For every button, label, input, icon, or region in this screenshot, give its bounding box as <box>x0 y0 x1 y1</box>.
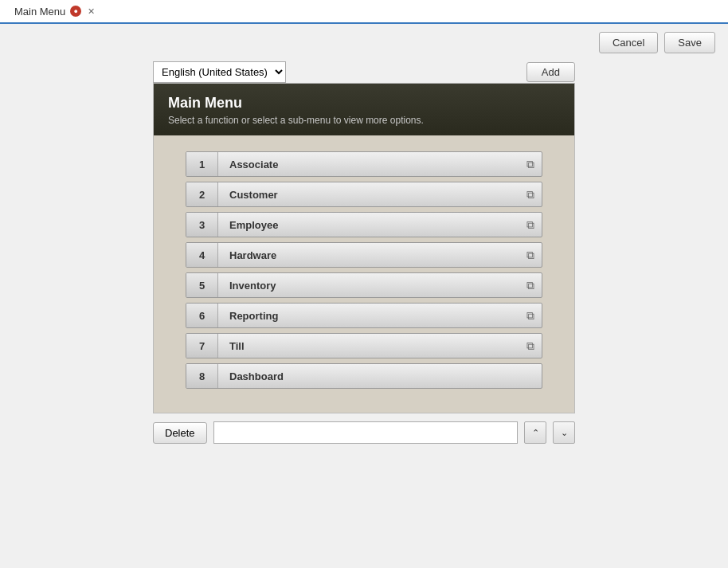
item-number: 5 <box>186 273 218 297</box>
item-label: Reporting <box>218 310 519 322</box>
copy-icon[interactable]: ⧉ <box>519 339 542 353</box>
item-label: Employee <box>218 219 519 231</box>
item-number: 3 <box>186 213 218 237</box>
menu-panel: Main Menu Select a function or select a … <box>153 83 575 413</box>
move-down-button[interactable]: ⌄ <box>553 421 575 444</box>
menu-header: Main Menu Select a function or select a … <box>154 84 574 135</box>
toolbar: Cancel Save <box>0 24 728 61</box>
menu-item-till[interactable]: 7Till⧉ <box>186 333 542 358</box>
menu-item-customer[interactable]: 2Customer⧉ <box>186 182 542 207</box>
menu-title: Main Menu <box>168 95 560 112</box>
language-select[interactable]: English (United States)SpanishFrench <box>153 61 286 83</box>
tab-bar: Main Menu ● ✕ <box>0 0 728 24</box>
cancel-button[interactable]: Cancel <box>599 32 658 53</box>
item-input[interactable] <box>213 421 518 444</box>
down-arrow-icon: ⌄ <box>561 428 568 438</box>
menu-item-employee[interactable]: 3Employee⧉ <box>186 212 542 237</box>
item-label: Customer <box>218 189 519 201</box>
item-number: 4 <box>186 243 218 267</box>
delete-button[interactable]: Delete <box>153 422 207 444</box>
copy-icon[interactable]: ⧉ <box>519 218 542 232</box>
tab-dot-icon: ● <box>70 6 81 17</box>
item-number: 2 <box>186 182 218 206</box>
item-number: 1 <box>186 152 218 176</box>
top-row: English (United States)SpanishFrench Add <box>153 61 575 83</box>
save-button[interactable]: Save <box>664 32 715 53</box>
up-arrow-icon: ⌃ <box>532 428 539 438</box>
main-menu-tab[interactable]: Main Menu ● ✕ <box>6 2 103 21</box>
menu-item-hardware[interactable]: 4Hardware⧉ <box>186 242 542 268</box>
copy-icon[interactable]: ⧉ <box>519 249 542 262</box>
menu-subtitle: Select a function or select a sub-menu t… <box>168 115 560 126</box>
move-up-button[interactable]: ⌃ <box>524 421 546 444</box>
item-label: Associate <box>218 159 519 170</box>
copy-icon[interactable]: ⧉ <box>519 279 542 292</box>
menu-item-associate[interactable]: 1Associate⧉ <box>186 151 542 177</box>
menu-item-reporting[interactable]: 6Reporting⧉ <box>186 303 542 328</box>
content-area: English (United States)SpanishFrench Add… <box>0 61 728 460</box>
tab-label: Main Menu <box>14 6 65 18</box>
item-number: 7 <box>186 334 218 358</box>
copy-icon[interactable]: ⧉ <box>519 188 542 202</box>
bottom-row: Delete ⌃ ⌄ <box>153 421 575 444</box>
menu-item-inventory[interactable]: 5Inventory⧉ <box>186 272 542 298</box>
copy-icon[interactable]: ⧉ <box>519 158 542 171</box>
add-button[interactable]: Add <box>526 62 575 82</box>
item-label: Dashboard <box>218 370 519 382</box>
tab-close-button[interactable]: ✕ <box>88 6 95 17</box>
item-number: 6 <box>186 304 218 327</box>
item-label: Inventory <box>218 280 519 292</box>
item-label: Till <box>218 340 519 352</box>
copy-icon[interactable]: ⧉ <box>519 309 542 323</box>
item-label: Hardware <box>218 249 519 261</box>
menu-item-dashboard[interactable]: 8Dashboard⧉ <box>186 363 542 389</box>
menu-body: 1Associate⧉2Customer⧉3Employee⧉4Hardware… <box>154 135 574 413</box>
item-number: 8 <box>186 364 218 388</box>
